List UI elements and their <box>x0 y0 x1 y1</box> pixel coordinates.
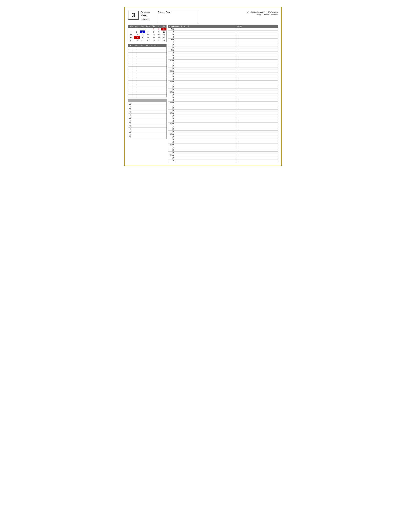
appt-area[interactable] <box>176 102 236 104</box>
notes-right[interactable] <box>239 94 278 96</box>
appt-area[interactable] <box>176 60 236 62</box>
notes-right[interactable] <box>239 28 278 30</box>
cal-cell[interactable]: 18 <box>128 36 134 39</box>
notes-right[interactable] <box>239 152 278 154</box>
notes-right[interactable] <box>239 146 278 149</box>
cal-cell[interactable]: 28 <box>145 39 151 42</box>
cal-cell[interactable]: 7 <box>145 30 151 33</box>
appt-area[interactable] <box>176 94 236 96</box>
cal-cell[interactable]: 6 <box>140 30 145 33</box>
appt-area[interactable] <box>176 65 236 67</box>
task-text-cell[interactable] <box>137 89 167 92</box>
appt-area[interactable] <box>176 62 236 65</box>
notes-right[interactable] <box>239 102 278 104</box>
notes-right[interactable] <box>239 62 278 65</box>
appt-area[interactable] <box>176 128 236 130</box>
notes-right[interactable] <box>239 149 278 151</box>
appt-area[interactable] <box>176 159 236 162</box>
notes-right[interactable] <box>239 46 278 49</box>
notes-right[interactable] <box>239 52 278 54</box>
appt-area[interactable] <box>176 70 236 73</box>
notes-right[interactable] <box>239 136 278 138</box>
appt-area[interactable] <box>176 73 236 75</box>
appt-area[interactable] <box>176 36 236 38</box>
notes-right[interactable] <box>239 73 278 75</box>
appt-area[interactable] <box>176 81 236 83</box>
task-text-cell[interactable] <box>137 55 167 58</box>
notes-right[interactable] <box>239 110 278 112</box>
cal-cell[interactable]: 29 <box>151 39 156 42</box>
notes-right[interactable] <box>239 57 278 60</box>
appt-area[interactable] <box>176 46 236 49</box>
cal-cell[interactable]: 3 <box>161 28 167 30</box>
cal-cell[interactable]: 23 <box>156 36 161 39</box>
task-text-cell[interactable] <box>137 86 167 89</box>
cal-cell[interactable]: 8 <box>151 30 156 33</box>
notes-right[interactable] <box>239 154 278 157</box>
notes-right[interactable] <box>239 159 278 162</box>
appt-area[interactable] <box>176 67 236 70</box>
task-text-cell[interactable] <box>137 58 167 61</box>
checkbox[interactable] <box>129 106 131 107</box>
notes-right[interactable] <box>239 117 278 120</box>
appt-area[interactable] <box>176 57 236 60</box>
checkbox[interactable] <box>129 131 131 133</box>
appt-area[interactable] <box>176 157 236 159</box>
notes-right[interactable] <box>239 49 278 52</box>
notes-right[interactable] <box>239 128 278 130</box>
notes-right[interactable] <box>239 44 278 46</box>
appt-area[interactable] <box>176 31 236 33</box>
checkbox[interactable] <box>129 128 131 130</box>
task-text-cell[interactable] <box>137 72 167 75</box>
checkbox[interactable] <box>129 134 131 135</box>
appt-area[interactable] <box>176 125 236 128</box>
notes-right[interactable] <box>239 120 278 122</box>
task-text-cell[interactable] <box>137 69 167 72</box>
notes-right[interactable] <box>239 36 278 38</box>
appt-area[interactable] <box>176 112 236 115</box>
notes-right[interactable] <box>239 157 278 159</box>
checkbox[interactable] <box>129 122 131 124</box>
cal-cell[interactable]: 15 <box>151 33 156 36</box>
task-text-cell[interactable] <box>137 64 167 67</box>
cal-cell[interactable]: 16 <box>156 33 161 36</box>
notes-right[interactable] <box>239 96 278 99</box>
appt-area[interactable] <box>176 91 236 94</box>
checkbox[interactable] <box>129 136 131 138</box>
cal-cell[interactable]: 9 <box>156 30 161 33</box>
appt-area[interactable] <box>176 154 236 157</box>
notes-right[interactable] <box>239 91 278 94</box>
appt-area[interactable] <box>176 54 236 57</box>
notes-right[interactable] <box>239 33 278 36</box>
appt-area[interactable] <box>176 146 236 149</box>
notes-right[interactable] <box>239 60 278 62</box>
cal-cell[interactable]: 11 <box>128 33 134 36</box>
checkbox[interactable] <box>129 108 131 110</box>
task-text-cell[interactable] <box>137 75 167 78</box>
appt-area[interactable] <box>176 75 236 78</box>
appt-area[interactable] <box>176 89 236 91</box>
task-text-cell[interactable] <box>137 83 167 86</box>
notes-right[interactable] <box>239 144 278 146</box>
checkbox[interactable] <box>129 114 131 116</box>
appt-area[interactable] <box>176 117 236 120</box>
cal-cell[interactable]: 19 <box>134 36 140 39</box>
appt-area[interactable] <box>176 144 236 146</box>
notes-right[interactable] <box>239 54 278 57</box>
cal-cell[interactable]: 4 <box>128 30 134 33</box>
appt-area[interactable] <box>176 38 236 41</box>
checkbox[interactable] <box>129 125 131 127</box>
appt-area[interactable] <box>176 120 236 122</box>
cal-cell[interactable]: 24 <box>161 36 167 39</box>
appt-area[interactable] <box>176 133 236 136</box>
notes-right[interactable] <box>239 99 278 101</box>
appt-area[interactable] <box>176 136 236 138</box>
appt-area[interactable] <box>176 99 236 101</box>
notes-right[interactable] <box>239 115 278 117</box>
task-text-cell[interactable] <box>137 78 167 80</box>
cal-cell[interactable]: 20 <box>140 36 145 39</box>
checkbox[interactable] <box>129 120 131 121</box>
notes-right[interactable] <box>239 133 278 136</box>
appt-area[interactable] <box>176 115 236 117</box>
checkbox[interactable] <box>129 117 131 119</box>
